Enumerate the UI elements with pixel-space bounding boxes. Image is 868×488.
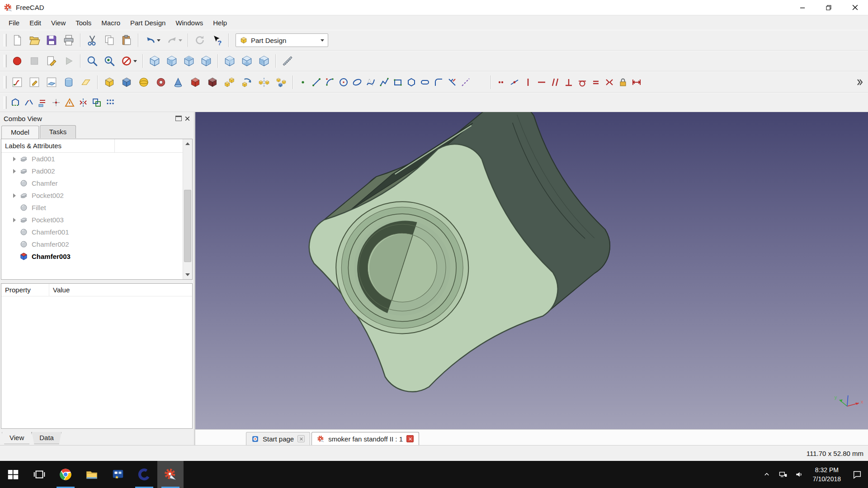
clone-tool-button[interactable] [90,94,104,112]
tab-start-page[interactable]: Start page [246,432,310,445]
pad-button[interactable] [101,73,118,91]
view-axonometric-button[interactable] [146,52,163,70]
redo-dropdown-caret[interactable] [179,39,182,42]
tree-item-chamfer[interactable]: Chamfer [1,177,192,189]
undo-dropdown-caret[interactable] [157,39,160,42]
sketch-trim-button[interactable] [445,73,459,91]
close-tab-icon[interactable] [297,435,305,442]
macro-edit-button[interactable] [43,52,60,70]
paste-button[interactable] [118,31,135,49]
scroll-up-icon[interactable] [183,139,192,148]
select-conflicting-button[interactable] [63,94,76,112]
taskbar-chrome[interactable] [52,461,79,488]
constraint-tangent-button[interactable] [576,73,589,91]
constraint-equal-button[interactable] [589,73,603,91]
start-button[interactable] [0,461,26,488]
tree-item-chamfer003[interactable]: Chamfer003 [1,250,192,263]
taskbar-file-explorer[interactable] [79,461,105,488]
menu-tools[interactable]: Tools [71,17,96,29]
sketch-bspline-button[interactable] [364,73,377,91]
tab-view[interactable]: View [2,432,32,444]
view-rear-button[interactable] [221,52,238,70]
action-center-button[interactable] [846,461,868,488]
new-file-button[interactable] [9,31,26,49]
toolbar-grip[interactable] [4,34,7,47]
view-top-button[interactable] [180,52,198,70]
edit-sketch-button[interactable] [26,73,43,91]
constraint-horizontal-button[interactable] [535,73,548,91]
tab-model[interactable]: Model [1,126,39,139]
taskbar-pinned-app[interactable] [105,461,131,488]
fit-selection-button[interactable] [101,52,118,70]
sketch-external-geometry-button[interactable] [459,73,472,91]
tab-tasks[interactable]: Tasks [40,125,76,138]
macro-stop-button[interactable] [26,52,43,70]
tab-data[interactable]: Data [32,432,61,444]
tree-item-chamfer001[interactable]: Chamfer001 [1,226,192,238]
constraint-perpendicular-button[interactable] [562,73,576,91]
constraint-block-button[interactable] [616,73,630,91]
constraint-point-on-object-button[interactable] [508,73,521,91]
connect-edges-button[interactable] [22,94,36,112]
macro-record-button[interactable] [9,52,26,70]
revolution-button[interactable] [135,73,152,91]
linear-pattern-button[interactable] [221,73,238,91]
create-body-button[interactable] [60,73,77,91]
create-sketch-button[interactable] [9,73,26,91]
tree-item-chamfer002[interactable]: Chamfer002 [1,238,192,250]
menu-help[interactable]: Help [208,17,232,29]
sketch-point-button[interactable] [296,73,310,91]
menu-view[interactable]: View [46,17,71,29]
sketch-polyline-button[interactable] [377,73,391,91]
draw-style-caret[interactable] [133,60,137,62]
pocket-button[interactable] [118,73,135,91]
taskbar-cura[interactable] [131,461,157,488]
tray-expand-button[interactable] [759,461,775,488]
minimize-button[interactable] [789,0,816,15]
scrollbar-thumb[interactable] [184,190,191,262]
scroll-down-icon[interactable] [183,270,192,279]
select-origin-button[interactable] [49,94,63,112]
copy-button[interactable] [101,31,118,49]
constraint-parallel-button[interactable] [548,73,562,91]
view-bottom-button[interactable] [238,52,255,70]
map-sketch-button[interactable] [43,73,60,91]
view-front-button[interactable] [163,52,180,70]
undo-button[interactable] [142,34,163,46]
constraint-distance-horizontal-button[interactable] [630,73,643,91]
taskbar-clock[interactable]: 8:32 PM 7/10/2018 [807,461,846,488]
float-panel-icon[interactable] [175,116,182,121]
expand-caret-icon[interactable] [13,193,16,198]
sketch-fillet-button[interactable] [432,73,445,91]
tab-document-smoker-fan-standoff[interactable]: smoker fan standoff II : 1 [311,432,419,445]
view-right-button[interactable] [198,52,215,70]
toolbar-grip[interactable] [4,76,7,89]
refresh-button[interactable] [191,31,208,49]
additive-loft-button[interactable] [170,73,187,91]
value-column-header[interactable]: Value [49,284,70,296]
measure-distance-button[interactable] [279,52,296,70]
open-file-button[interactable] [26,31,43,49]
sketch-rectangle-button[interactable] [391,73,405,91]
workbench-selector[interactable]: Part Design [236,33,328,47]
toolbar-grip[interactable] [4,55,7,67]
close-panel-icon[interactable] [184,116,190,122]
groove-button[interactable] [152,73,170,91]
sketch-polygon-button[interactable] [405,73,418,91]
close-shape-button[interactable] [9,94,22,112]
expand-caret-icon[interactable] [13,157,16,161]
select-constraints-button[interactable] [36,94,49,112]
close-button[interactable] [842,0,868,15]
3d-viewport-canvas[interactable]: x y [195,112,868,429]
macro-execute-button[interactable] [60,52,77,70]
sketch-slot-button[interactable] [418,73,432,91]
mirrored-button[interactable] [255,73,273,91]
close-tab-icon[interactable] [406,435,414,442]
tray-volume-button[interactable] [791,461,807,488]
tree-item-fillet[interactable]: Fillet [1,202,192,214]
tray-network-button[interactable] [775,461,791,488]
toolbar-overflow-button[interactable] [853,73,866,91]
3d-view[interactable]: x y [195,112,868,429]
sketch-circle-button[interactable] [337,73,350,91]
menu-macro[interactable]: Macro [96,17,125,29]
